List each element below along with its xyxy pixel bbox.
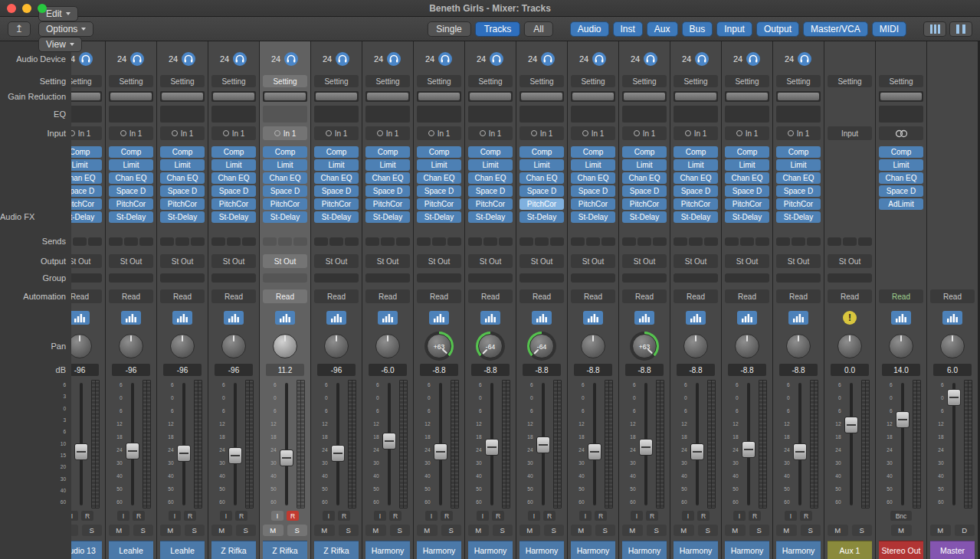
send-slot[interactable]	[396, 237, 410, 246]
audio-fx-slot[interactable]: PitchCor	[109, 198, 153, 210]
db-value[interactable]: -8.8	[471, 364, 510, 376]
db-value[interactable]: 11.2	[266, 364, 304, 376]
audio-fx-slot[interactable]: St-Delay	[622, 211, 667, 223]
setting-button[interactable]: Setting	[365, 75, 410, 87]
input-monitor-icon[interactable]	[685, 130, 691, 136]
audio-fx-slot[interactable]: Limit	[160, 159, 205, 171]
input-monitor-icon[interactable]	[223, 130, 229, 136]
send-slot[interactable]	[807, 237, 821, 246]
mute-button[interactable]: M	[109, 525, 129, 536]
record-enable-button[interactable]: R	[749, 511, 761, 521]
setting-button[interactable]: Setting	[314, 75, 359, 87]
audio-fx-slot[interactable]: Space D	[519, 185, 564, 197]
group-slot[interactable]	[622, 273, 667, 283]
send-slot[interactable]	[447, 237, 461, 246]
automation-button[interactable]: Read	[468, 289, 513, 303]
channel-strip[interactable]: 24SettingIn 1CompLimitChan EQSpace DPitc…	[568, 41, 618, 559]
audio-fx-slot[interactable]: Chan EQ	[519, 172, 564, 184]
send-slot[interactable]	[653, 237, 667, 246]
record-enable-button[interactable]: R	[492, 511, 504, 521]
pan-knob[interactable]	[681, 332, 710, 361]
audio-fx-slot[interactable]: Chan EQ	[109, 172, 153, 184]
level-meter-icon[interactable]	[71, 311, 90, 325]
eq-display[interactable]	[879, 106, 923, 123]
fader-cap[interactable]	[947, 389, 961, 406]
audio-fx-slot[interactable]: PitchCor	[519, 198, 564, 210]
send-slot[interactable]	[828, 237, 841, 246]
level-meter-icon[interactable]	[891, 311, 911, 325]
send-slot[interactable]	[293, 237, 307, 246]
input-monitor-icon[interactable]	[634, 130, 640, 136]
single-strip-view-button[interactable]	[923, 21, 946, 37]
pan-knob[interactable]	[116, 332, 146, 361]
record-enable-button[interactable]: R	[81, 511, 93, 521]
headphones-icon[interactable]	[438, 51, 453, 67]
input-monitor-button[interactable]: I	[682, 511, 694, 521]
mute-button[interactable]: M	[71, 525, 78, 536]
filter-input[interactable]: Input	[716, 21, 752, 37]
filter-output[interactable]: Output	[756, 21, 799, 37]
mute-button[interactable]: M	[211, 525, 232, 536]
channel-strip[interactable]: 24SettingIn 1CompLimitChan EQSpace DPitc…	[722, 41, 772, 559]
mute-button[interactable]: M	[725, 525, 746, 536]
audio-fx-slot[interactable]: Comp	[725, 146, 769, 158]
pan-knob[interactable]	[71, 332, 94, 361]
automation-button[interactable]: Read	[263, 289, 307, 303]
headphones-icon[interactable]	[335, 51, 350, 67]
audio-fx-slot[interactable]: St-Delay	[674, 211, 718, 223]
input-monitor-icon[interactable]	[531, 130, 537, 136]
eq-display[interactable]	[314, 106, 359, 123]
pan-knob[interactable]	[784, 332, 813, 361]
headphones-icon[interactable]	[746, 51, 761, 67]
audio-fx-slot[interactable]: PitchCor	[468, 198, 513, 210]
fader[interactable]	[330, 380, 346, 508]
eq-display[interactable]	[776, 106, 821, 123]
input-monitor-button[interactable]: I	[169, 511, 181, 521]
output-button[interactable]: St Out	[519, 254, 564, 268]
audio-fx-slot[interactable]: Limit	[263, 159, 307, 171]
send-slot[interactable]	[755, 237, 769, 246]
output-button[interactable]: St Out	[263, 254, 307, 268]
input-button[interactable]	[879, 126, 923, 140]
input-monitor-icon[interactable]	[377, 130, 383, 136]
input-button[interactable]: In 1	[160, 126, 205, 140]
record-enable-button[interactable]: R	[184, 511, 196, 521]
setting-button[interactable]: Setting	[674, 75, 718, 87]
group-slot[interactable]	[519, 273, 564, 283]
audio-fx-slot[interactable]: Limit	[417, 159, 461, 171]
record-enable-button[interactable]: R	[235, 511, 247, 521]
fader-cap[interactable]	[536, 436, 550, 453]
open-main-window-button[interactable]: ↥	[8, 21, 31, 37]
audio-fx-slot[interactable]: Space D	[725, 185, 769, 197]
send-slot[interactable]	[740, 237, 754, 246]
automation-button[interactable]: Read	[776, 289, 821, 303]
view-mode-all[interactable]: All	[524, 21, 552, 37]
audio-fx-slot[interactable]: Comp	[109, 146, 153, 158]
send-slot[interactable]	[704, 237, 718, 246]
audio-fx-slot[interactable]: Space D	[71, 185, 102, 197]
record-enable-button[interactable]: R	[697, 511, 710, 521]
input-button[interactable]: In 1	[365, 126, 410, 140]
mute-button[interactable]: M	[891, 525, 912, 536]
audio-fx-slot[interactable]: Chan EQ	[622, 172, 667, 184]
audio-fx-slot[interactable]: St-Delay	[71, 211, 102, 223]
send-slot[interactable]	[314, 237, 328, 246]
fader[interactable]	[638, 380, 654, 508]
level-meter-icon[interactable]	[532, 311, 552, 325]
fader[interactable]	[690, 380, 705, 508]
pan-knob[interactable]: -64	[476, 332, 505, 361]
db-value[interactable]: -8.8	[728, 364, 766, 376]
db-value[interactable]: 0.0	[831, 364, 869, 376]
eq-display[interactable]	[674, 106, 718, 123]
channel-strip[interactable]: 24SettingIn 1CompLimitChan EQSpace DPitc…	[773, 41, 824, 559]
pan-knob[interactable]: +63	[630, 332, 659, 361]
input-monitor-button[interactable]: I	[271, 511, 284, 521]
audio-fx-slot[interactable]: Comp	[263, 146, 307, 158]
level-meter-icon[interactable]	[429, 311, 449, 325]
track-name[interactable]: Z Rifka	[211, 541, 256, 559]
setting-button[interactable]: Setting	[263, 75, 307, 87]
record-enable-button[interactable]: R	[287, 511, 299, 521]
fader[interactable]	[433, 380, 448, 508]
send-slot[interactable]	[674, 237, 687, 246]
filter-bus[interactable]: Bus	[682, 21, 713, 37]
